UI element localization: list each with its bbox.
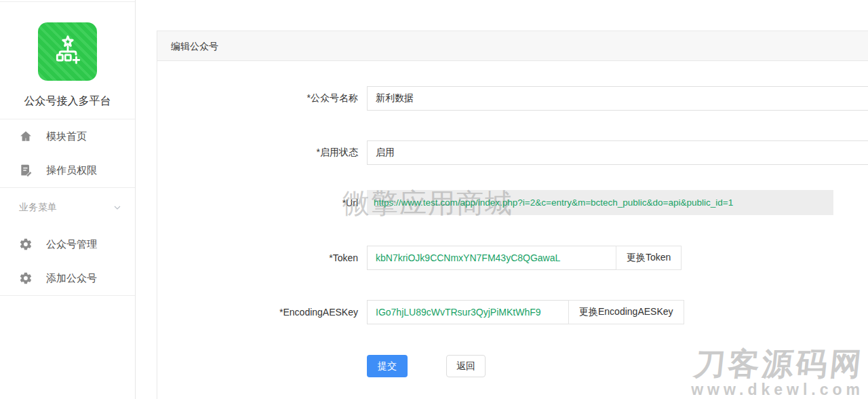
url-value: https://www.test.com/app/index.php?i=2&c…	[374, 197, 733, 208]
gear-icon	[19, 238, 33, 251]
org-chart-star-icon	[50, 34, 85, 69]
form-row-aeskey: *EncodingAESKey 更换EncodingAESKey	[157, 300, 868, 324]
change-token-button[interactable]: 更换Token	[616, 246, 682, 270]
sidebar-item-label: 公众号管理	[46, 238, 97, 251]
aeskey-label: *EncodingAESKey	[157, 307, 358, 318]
chevron-down-icon	[112, 202, 123, 213]
token-label: *Token	[157, 252, 358, 263]
sidebar-top-divider	[0, 1, 135, 2]
form-actions: 提交 返回	[157, 355, 868, 377]
form-row-url: *Url https://www.test.com/app/index.php?…	[157, 190, 868, 215]
sidebar-item-account-management[interactable]: 公众号管理	[0, 227, 135, 261]
enable-status-label: *启用状态	[157, 147, 358, 159]
token-input[interactable]	[367, 246, 616, 270]
home-icon	[19, 130, 33, 143]
module-logo	[38, 22, 97, 81]
back-button[interactable]: 返回	[446, 355, 486, 377]
module-title: 公众号接入多平台	[0, 94, 135, 109]
sidebar: 公众号接入多平台 模块首页 操作员权限 业务菜单 公众号管理	[0, 0, 136, 399]
url-label: *Url	[157, 197, 358, 208]
panel-title: 编辑公众号	[157, 31, 868, 61]
sidebar-item-add-account[interactable]: 添加公众号	[0, 261, 135, 295]
account-name-label: *公众号名称	[157, 92, 358, 104]
document-icon	[19, 164, 33, 177]
sidebar-item-label: 添加公众号	[46, 272, 97, 285]
sidebar-item-module-home[interactable]: 模块首页	[0, 119, 135, 153]
form-row-token: *Token 更换Token	[157, 246, 868, 270]
form-row-account-name: *公众号名称	[157, 86, 868, 111]
sidebar-item-operator-permissions[interactable]: 操作员权限	[0, 153, 135, 187]
edit-account-panel: 编辑公众号 *公众号名称 *启用状态 *Url https://www.test…	[157, 31, 868, 399]
change-aeskey-button[interactable]: 更换EncodingAESKey	[568, 300, 684, 324]
gear-icon	[19, 271, 33, 285]
enable-status-input[interactable]	[367, 140, 868, 165]
divider	[0, 295, 135, 296]
sidebar-group-label: 业务菜单	[19, 202, 57, 214]
sidebar-item-label: 模块首页	[46, 130, 87, 143]
account-name-input[interactable]	[367, 86, 868, 111]
aeskey-input[interactable]	[367, 300, 569, 324]
sidebar-group-business-menu[interactable]: 业务菜单	[0, 188, 135, 227]
edit-account-form: *公众号名称 *启用状态 *Url https://www.test.com/a…	[157, 61, 868, 377]
submit-button[interactable]: 提交	[367, 355, 408, 377]
url-readonly-box: https://www.test.com/app/index.php?i=2&c…	[367, 190, 833, 215]
form-row-enable-status: *启用状态	[157, 140, 868, 165]
sidebar-item-label: 操作员权限	[46, 164, 97, 177]
